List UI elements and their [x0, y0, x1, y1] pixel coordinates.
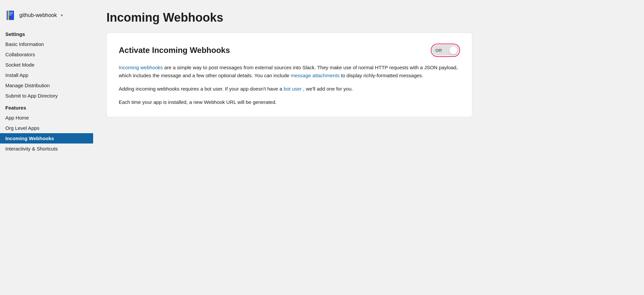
sidebar-item-socket-mode[interactable]: Socket Mode [0, 60, 93, 70]
sidebar-item-submit-app-directory[interactable]: Submit to App Directory [0, 91, 93, 101]
card-paragraph-1: Incoming webhooks are a simple way to po… [119, 64, 460, 80]
svg-rect-3 [8, 12, 13, 13]
message-attachments-link[interactable]: message attachments [291, 73, 340, 78]
sidebar-item-manage-distribution[interactable]: Manage Distribution [0, 80, 93, 91]
bot-user-link[interactable]: bot user [284, 86, 302, 92]
sidebar-item-incoming-webhooks[interactable]: Incoming Webhooks [0, 133, 93, 144]
svg-rect-5 [8, 15, 12, 15]
sidebar: github-webhook ▾ Settings Basic Informat… [0, 0, 93, 295]
app-icon [5, 10, 16, 21]
sidebar-item-org-level-apps[interactable]: Org Level Apps [0, 123, 93, 133]
page-title: Incoming Webhooks [106, 11, 631, 25]
app-name: github-webhook [19, 12, 57, 18]
sidebar-item-collaborators[interactable]: Collaborators [0, 49, 93, 60]
incoming-webhooks-link[interactable]: Incoming webhooks [119, 65, 163, 70]
incoming-webhooks-card: Activate Incoming Webhooks Off Incoming … [106, 33, 472, 117]
features-section-label: Features [0, 101, 93, 113]
activate-toggle[interactable]: Off [432, 45, 459, 56]
activate-toggle-wrapper[interactable]: Off [431, 44, 460, 57]
card-title: Activate Incoming Webhooks [119, 46, 230, 55]
chevron-down-icon: ▾ [61, 13, 63, 18]
main-content: Incoming Webhooks Activate Incoming Webh… [93, 0, 644, 295]
card-paragraph-3: Each time your app is installed, a new W… [119, 98, 460, 106]
sidebar-item-install-app[interactable]: Install App [0, 70, 93, 80]
app-selector[interactable]: github-webhook ▾ [0, 7, 93, 27]
svg-rect-4 [8, 13, 13, 14]
card-body: Incoming webhooks are a simple way to po… [119, 64, 460, 106]
sidebar-item-interactivity-shortcuts[interactable]: Interactivity & Shortcuts [0, 144, 93, 154]
sidebar-item-basic-information[interactable]: Basic Information [0, 39, 93, 49]
sidebar-item-app-home[interactable]: App Home [0, 113, 93, 123]
card-text-5: Each time your app is installed, a new W… [119, 99, 276, 105]
settings-section-label: Settings [0, 27, 93, 39]
card-text-2: to display richly-formatted messages. [341, 73, 423, 78]
card-text-3: Adding incoming webhooks requires a bot … [119, 86, 284, 92]
card-header: Activate Incoming Webhooks Off [119, 44, 460, 57]
card-paragraph-2: Adding incoming webhooks requires a bot … [119, 85, 460, 93]
toggle-off-label: Off [435, 48, 442, 53]
card-text-4: , we'll add one for you. [303, 86, 353, 92]
toggle-knob [449, 46, 457, 54]
